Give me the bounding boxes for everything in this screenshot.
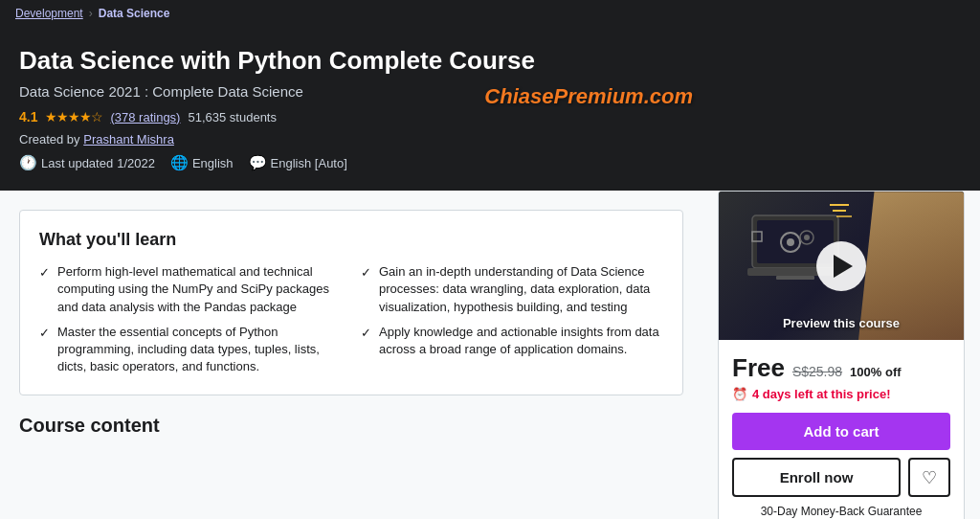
sidebar: Preview this course Free S$25.98 100% of… (702, 191, 980, 519)
star-rating: ★★★★☆ (45, 109, 102, 124)
course-subtitle: Data Science 2021 : Complete Data Scienc… (19, 83, 689, 100)
preview-label: Preview this course (783, 316, 900, 330)
wishlist-button[interactable]: ♡ (908, 458, 950, 497)
price-row: Free S$25.98 100% off (732, 353, 950, 383)
rating-row: 4.1 ★★★★☆ (378 ratings) 51,635 students (19, 109, 689, 124)
enroll-wishlist-row: Enroll now ♡ (732, 458, 950, 497)
add-to-cart-button[interactable]: Add to cart (732, 413, 950, 450)
language-value: English (192, 156, 234, 170)
sidebar-card: Preview this course Free S$25.98 100% of… (718, 191, 965, 519)
alarm-icon: ⏰ (732, 387, 747, 401)
learn-item-0: ✓ Perform high-level mathematical and te… (39, 263, 342, 316)
urgency-row: ⏰ 4 days left at this price! (732, 387, 950, 401)
check-icon-3: ✓ (361, 325, 371, 342)
caption-value: English [Auto] (271, 156, 347, 170)
svg-point-4 (787, 238, 794, 246)
course-title: Data Science with Python Complete Course (19, 46, 689, 76)
price-original: S$25.98 (792, 364, 842, 379)
student-count: 51,635 students (188, 110, 277, 124)
breadcrumb-separator: › (89, 7, 93, 20)
svg-point-6 (804, 235, 810, 240)
urgency-text: 4 days left at this price! (752, 387, 891, 401)
svg-rect-8 (776, 276, 814, 280)
caption-icon: 💬 (249, 154, 267, 171)
learn-item-3: ✓ Apply knowledge and actionable insight… (361, 324, 663, 376)
created-label: Created by (19, 132, 80, 147)
hero-section: Data Science with Python Complete Course… (0, 27, 980, 191)
author-link[interactable]: Prashant Mishra (83, 132, 174, 147)
learn-text-0: Perform high-level mathematical and tech… (57, 263, 342, 316)
check-icon-1: ✓ (39, 325, 50, 342)
last-updated: 🕐 Last updated 1/2022 (19, 154, 155, 171)
clock-icon: 🕐 (19, 154, 37, 171)
learn-title: What you'll learn (39, 230, 663, 250)
learn-text-2: Gain an in-depth understanding of Data S… (379, 263, 663, 316)
last-updated-label: Last updated (41, 156, 113, 170)
play-triangle-icon (834, 255, 853, 278)
rating-count[interactable]: (378 ratings) (110, 110, 180, 124)
rating-number: 4.1 (19, 109, 37, 124)
learn-section: What you'll learn ✓ Perform high-level m… (19, 210, 683, 395)
created-row: Created by Prashant Mishra (19, 132, 689, 147)
learn-grid: ✓ Perform high-level mathematical and te… (39, 263, 663, 375)
language-meta: 🌐 English (170, 154, 234, 171)
globe-icon: 🌐 (170, 154, 189, 171)
course-preview[interactable]: Preview this course (719, 192, 964, 340)
last-updated-value: 1/2022 (117, 156, 155, 170)
breadcrumb-development[interactable]: Development (15, 7, 83, 20)
caption-meta: 💬 English [Auto] (249, 154, 347, 171)
check-icon-2: ✓ (361, 264, 371, 282)
learn-item-1: ✓ Master the essential concepts of Pytho… (39, 324, 342, 376)
guarantee-text: 30-Day Money-Back Guarantee (732, 505, 950, 518)
main-content: What you'll learn ✓ Perform high-level m… (0, 191, 702, 519)
page-layout: What you'll learn ✓ Perform high-level m… (0, 191, 980, 519)
learn-text-1: Master the essential concepts of Python … (57, 324, 342, 376)
price-free: Free (732, 353, 785, 383)
accent-lines (825, 203, 854, 235)
breadcrumb-data-science[interactable]: Data Science (99, 7, 170, 20)
breadcrumb-bar: Development › Data Science (0, 0, 980, 27)
learn-item-2: ✓ Gain an in-depth understanding of Data… (361, 263, 663, 316)
play-button[interactable] (816, 241, 866, 291)
check-icon-0: ✓ (39, 264, 50, 282)
learn-text-3: Apply knowledge and actionable insights … (379, 324, 663, 358)
discount-badge: 100% off (850, 365, 901, 379)
meta-row: 🕐 Last updated 1/2022 🌐 English 💬 Englis… (19, 154, 689, 171)
enroll-now-button[interactable]: Enroll now (732, 458, 901, 497)
sidebar-body: Free S$25.98 100% off ⏰ 4 days left at t… (719, 340, 964, 519)
course-content-title: Course content (19, 415, 683, 437)
